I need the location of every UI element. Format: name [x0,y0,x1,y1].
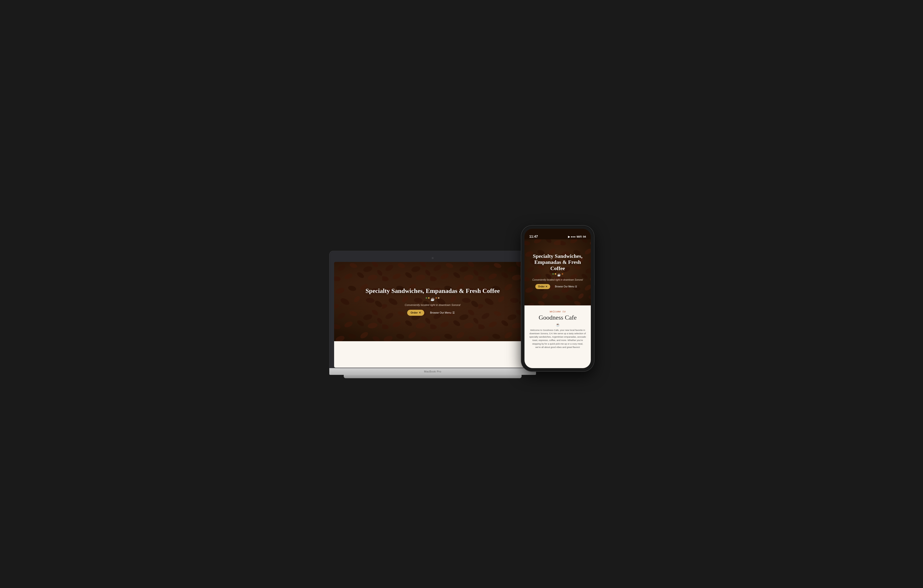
iphone-status-bar: 11:47 ▶ ●●● WiFi 94 [524,229,591,239]
iphone-lower-section: Welcome to Goodness Cafe ☕ Welcome to Go… [524,305,591,368]
iphone-volume-up-button [521,266,522,278]
hero-buttons: Order ✕ Browse Our Menu ☰ [366,310,500,316]
dot-1 [426,297,427,299]
iphone-device: 11:47 ▶ ●●● WiFi 94 [522,226,594,371]
iphone-dot-1 [552,273,554,275]
wifi-icon: WiFi [576,235,582,238]
scene: Specialty Sandwiches, Empanadas & Fresh … [329,210,594,378]
order-button[interactable]: Order ✕ [407,310,424,316]
macbook-screen-wrapper: Specialty Sandwiches, Empanadas & Fresh … [329,251,536,368]
hero-title: Specialty Sandwiches, Empanadas & Fresh … [366,287,500,295]
order-icon: ✕ [419,311,421,314]
location-icon: ▶ [568,235,570,238]
iphone-mute-button [521,255,522,262]
iphone-volume-down-button [521,281,522,293]
iphone-content: 11:47 ▶ ●●● WiFi 94 [524,229,591,368]
iphone-hero-subtitle: Conveniently located right in downtown S… [529,279,586,281]
welcome-label: Welcome to [550,310,566,313]
iphone-screen: 11:47 ▶ ●●● WiFi 94 [524,229,591,368]
iphone-order-label: Order [538,285,545,288]
macbook-camera [432,257,434,259]
macbook-camera-bar [334,256,531,261]
iphone-power-button [594,269,595,286]
hero-subtitle: Conveniently located right in downtown S… [366,304,500,306]
website-footer-strip [334,341,531,368]
website-hero: Specialty Sandwiches, Empanadas & Fresh … [334,262,531,341]
iphone-frame: 11:47 ▶ ●●● WiFi 94 [522,226,594,371]
iphone-order-icon: ✕ [545,285,547,288]
iphone-hero-content: Specialty Sandwiches, Empanadas & Fresh … [524,241,591,293]
macbook-foot [344,375,522,378]
hero-content: Specialty Sandwiches, Empanadas & Fresh … [361,283,505,320]
iphone-menu-icon: ☰ [575,285,577,288]
menu-icon: ☰ [452,311,455,314]
iphone-browse-label: Browse Our Menu [555,285,575,288]
iphone-dot-3 [562,273,563,275]
cafe-description: Welcome to Goodness Cafe, your new local… [529,328,586,349]
iphone-hero: Specialty Sandwiches, Empanadas & Fresh … [524,229,591,305]
iphone-hero-title: Specialty Sandwiches, Empanadas & Fresh … [529,253,586,271]
macbook-base: MacBook Pro [329,368,536,375]
dot-3 [435,297,437,299]
order-btn-label: Order [411,311,418,314]
browse-menu-button[interactable]: Browse Our Menu ☰ [427,310,458,316]
hero-decorative-dots: ☕ [366,297,500,301]
macbook-label: MacBook Pro [424,370,441,373]
status-icons: ▶ ●●● WiFi 94 [568,235,586,238]
iphone-hero-dots: ☕ [529,273,586,277]
battery-icon: 94 [583,235,586,238]
divider-icon: ☕ [556,323,560,327]
cafe-name: Goodness Cafe [539,314,576,321]
browse-btn-label: Browse Our Menu [430,311,452,314]
iphone-hero-buttons: Order ✕ Browse Our Menu ☰ [529,284,586,289]
iphone-coffee-icon: ☕ [557,273,561,277]
dot-2 [428,297,430,299]
status-time: 11:47 [529,235,538,238]
dot-4 [438,297,439,299]
iphone-browse-button[interactable]: Browse Our Menu ☰ [552,284,580,289]
iphone-dot-2 [555,273,556,275]
macbook-device: Specialty Sandwiches, Empanadas & Fresh … [329,251,536,378]
macbook-display: Specialty Sandwiches, Empanadas & Fresh … [334,262,531,368]
coffee-bean-icon: ☕ [430,297,435,301]
signal-icon: ●●● [571,235,576,238]
iphone-order-button[interactable]: Order ✕ [535,284,550,289]
